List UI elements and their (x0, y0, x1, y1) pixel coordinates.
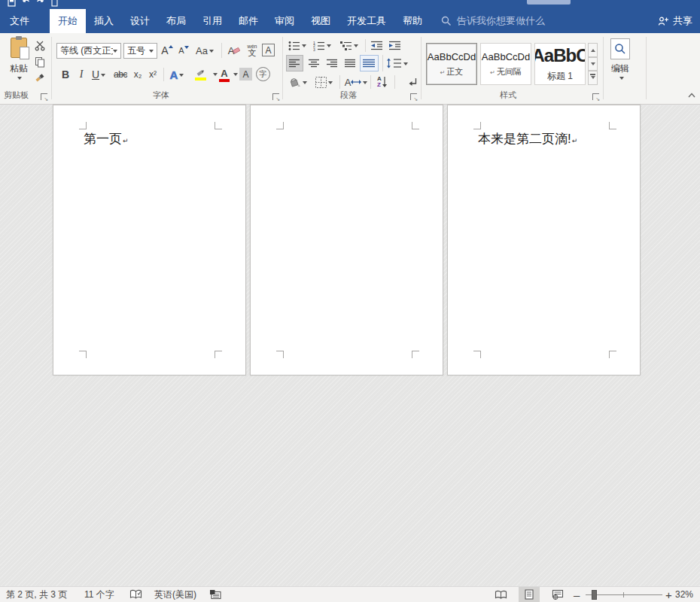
zoom-slider-handle[interactable] (592, 590, 597, 600)
multilevel-list-icon (340, 41, 352, 51)
tab-home[interactable]: 开始 (50, 9, 86, 33)
macro-record-status[interactable] (209, 587, 221, 602)
collapse-ribbon-button[interactable] (686, 90, 697, 99)
language-status[interactable]: 英语(美国) (154, 587, 196, 602)
touch-mode-icon[interactable] (50, 0, 59, 8)
page-1[interactable]: 第一页↵ (53, 105, 246, 375)
font-color-caret-icon[interactable] (233, 73, 238, 78)
subscript-button[interactable]: x₂ (131, 68, 145, 81)
underline-button[interactable]: U (90, 68, 108, 81)
decrease-indent-button[interactable] (370, 39, 385, 52)
tell-me-search[interactable]: 告诉我你想要做什么 (441, 9, 545, 33)
align-left-button[interactable] (286, 55, 303, 71)
italic-button[interactable]: I (76, 68, 87, 81)
styles-scroll-down-button[interactable] (588, 57, 598, 71)
zoom-slider-track[interactable] (586, 594, 662, 595)
change-case-button[interactable]: Aa (194, 43, 215, 58)
crop-mark-icon (276, 122, 284, 129)
grow-font-button[interactable]: A (160, 43, 175, 58)
web-layout-view-button[interactable] (547, 587, 568, 602)
page-2[interactable] (250, 105, 443, 375)
tab-review[interactable]: 审阅 (266, 9, 303, 33)
proofing-book-icon (129, 589, 142, 600)
show-hide-marks-button[interactable] (406, 75, 420, 89)
tab-file[interactable]: 文件 (0, 9, 39, 33)
redo-icon[interactable] (36, 0, 44, 8)
editing-group-button[interactable]: 编辑 (606, 62, 635, 74)
phonetic-guide-button[interactable]: wén 文 (245, 41, 259, 59)
page-3[interactable]: 本来是第二页滴!↵ (447, 105, 641, 375)
page-3-text[interactable]: 本来是第二页滴!↵ (478, 130, 577, 147)
sort-button[interactable]: AZ (374, 74, 391, 90)
multilevel-list-button[interactable] (338, 39, 361, 52)
page-1-text[interactable]: 第一页↵ (84, 130, 129, 147)
strikethrough-button[interactable]: abc (111, 68, 129, 81)
sign-in-button[interactable] (527, 0, 571, 5)
font-size-combobox[interactable]: 五号 (123, 43, 157, 59)
zoom-in-button[interactable]: + (665, 587, 672, 602)
paste-dropdown-caret-icon[interactable] (17, 77, 22, 82)
style-card-normal[interactable]: AaBbCcDd ↵正文 (426, 43, 477, 85)
zoom-level-value[interactable]: 32% (675, 587, 693, 602)
share-button[interactable]: 共享 (658, 9, 692, 33)
style-card-no-spacing[interactable]: AaBbCcDd ↵无间隔 (480, 43, 531, 85)
borders-button[interactable] (312, 75, 335, 89)
superscript-button[interactable]: x² (146, 68, 160, 81)
style-card-heading1[interactable]: AaBbC 标题 1 (534, 43, 586, 85)
paste-button[interactable]: 粘贴 (4, 36, 34, 93)
tab-mailings[interactable]: 邮件 (230, 9, 266, 33)
shrink-font-button[interactable]: A (176, 43, 191, 58)
numbering-button[interactable]: 123 (312, 39, 333, 52)
cut-button[interactable] (33, 39, 47, 51)
clipboard-dialog-launcher-icon[interactable] (41, 93, 47, 100)
styles-gallery-more-button[interactable] (588, 71, 598, 85)
enclose-characters-button[interactable]: 字 (256, 67, 270, 81)
styles-dialog-launcher-icon[interactable] (592, 93, 599, 100)
line-spacing-button[interactable] (386, 55, 409, 71)
undo-icon[interactable] (22, 0, 30, 8)
character-border-button[interactable]: A (262, 44, 275, 56)
editing-caret-icon[interactable] (619, 77, 624, 82)
distributed-button[interactable] (360, 55, 379, 71)
print-layout-view-button[interactable] (519, 587, 540, 602)
crop-mark-icon (412, 351, 419, 358)
format-painter-button[interactable] (32, 71, 47, 84)
tab-view[interactable]: 视图 (303, 9, 339, 33)
copy-button[interactable] (33, 56, 47, 68)
tab-layout[interactable]: 布局 (158, 9, 194, 33)
proofing-status[interactable] (129, 587, 142, 602)
zoom-out-button[interactable]: – (574, 587, 580, 602)
more-bar-icon (590, 74, 595, 75)
justify-button[interactable] (342, 55, 359, 71)
shading-button[interactable] (286, 75, 309, 89)
font-name-combobox[interactable]: 等线 (西文正文 (56, 43, 121, 59)
text-effects-button[interactable]: A (167, 68, 187, 81)
tab-insert[interactable]: 插入 (86, 9, 122, 33)
character-scaling-button[interactable]: A (344, 75, 368, 89)
align-right-button[interactable] (324, 55, 341, 71)
tab-developer[interactable]: 开发工具 (339, 9, 394, 33)
find-button[interactable] (610, 38, 630, 59)
bullets-button[interactable] (288, 39, 307, 52)
tab-help[interactable]: 帮助 (394, 9, 431, 33)
page-number-status[interactable]: 第 2 页, 共 3 页 (6, 587, 67, 602)
tab-references[interactable]: 引用 (194, 9, 230, 33)
text-highlight-button[interactable] (190, 66, 211, 83)
highlight-caret-icon[interactable] (213, 73, 218, 78)
small-divider (339, 75, 340, 89)
font-color-button[interactable]: A (218, 66, 230, 83)
character-shading-button[interactable]: A (239, 68, 252, 81)
paint-bucket-icon (288, 77, 301, 88)
styles-scroll-up-button[interactable] (588, 43, 598, 57)
copy-icon (35, 56, 45, 68)
increase-indent-button[interactable] (388, 39, 403, 52)
word-count-status[interactable]: 11 个字 (84, 587, 114, 602)
paragraph-dialog-launcher-icon[interactable] (410, 93, 417, 100)
align-center-button[interactable] (306, 55, 323, 71)
tab-design[interactable]: 设计 (122, 9, 158, 33)
font-dialog-launcher-icon[interactable] (272, 93, 279, 100)
save-icon[interactable] (8, 0, 16, 8)
read-mode-view-button[interactable] (490, 587, 511, 602)
clear-formatting-button[interactable]: A (226, 43, 242, 58)
bold-button[interactable]: B (59, 68, 72, 81)
